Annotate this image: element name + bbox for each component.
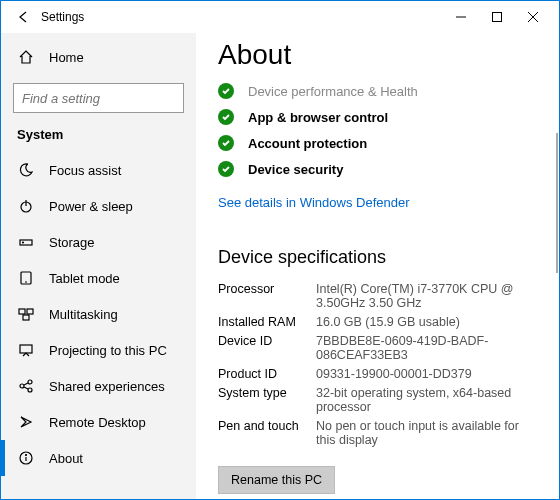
search-input[interactable]	[22, 91, 191, 106]
spec-value: Intel(R) Core(TM) i7-3770K CPU @ 3.50GHz…	[316, 282, 537, 310]
status-row: Device performance & Health	[218, 83, 537, 99]
app-title: Settings	[41, 10, 84, 24]
sidebar-item-multitasking[interactable]: Multitasking	[1, 296, 196, 332]
scrollbar[interactable]	[556, 133, 558, 273]
moon-icon	[17, 161, 35, 179]
arrow-left-icon	[16, 10, 30, 24]
sidebar-item-focus-assist[interactable]: Focus assist	[1, 152, 196, 188]
svg-point-17	[28, 380, 32, 384]
sidebar-item-tablet-mode[interactable]: Tablet mode	[1, 260, 196, 296]
svg-point-23	[26, 455, 27, 456]
check-icon	[218, 161, 234, 177]
maximize-button[interactable]	[479, 3, 515, 31]
sidebar-item-label: Projecting to this PC	[49, 343, 167, 358]
spec-value: 16.0 GB (15.9 GB usable)	[316, 315, 460, 329]
spec-label: Pen and touch	[218, 419, 316, 447]
spec-label: Product ID	[218, 367, 316, 381]
sidebar-item-label: Multitasking	[49, 307, 118, 322]
spec-row: Pen and touchNo pen or touch input is av…	[218, 419, 537, 447]
sidebar: Home System Focus assist Power & sleep S…	[1, 33, 196, 499]
rename-pc-button[interactable]: Rename this PC	[218, 466, 335, 494]
sidebar-item-label: Home	[49, 50, 84, 65]
status-label: App & browser control	[248, 110, 388, 125]
sidebar-item-projecting[interactable]: Projecting to this PC	[1, 332, 196, 368]
svg-rect-1	[493, 13, 502, 22]
svg-point-16	[20, 384, 24, 388]
status-row: App & browser control	[218, 109, 537, 125]
svg-rect-12	[19, 309, 25, 314]
check-icon	[218, 109, 234, 125]
specs-header: Device specifications	[218, 247, 537, 268]
status-label: Account protection	[248, 136, 367, 151]
sidebar-item-home[interactable]: Home	[1, 39, 196, 75]
defender-link[interactable]: See details in Windows Defender	[218, 195, 410, 210]
spec-value: 7BBDBE8E-0609-419D-BADF-086CEAF33EB3	[316, 334, 537, 362]
maximize-icon	[492, 12, 502, 22]
share-icon	[17, 377, 35, 395]
home-icon	[17, 48, 35, 66]
spec-row: Device ID7BBDBE8E-0609-419D-BADF-086CEAF…	[218, 334, 537, 362]
status-label: Device performance & Health	[248, 84, 418, 99]
tablet-icon	[17, 269, 35, 287]
spec-row: Installed RAM16.0 GB (15.9 GB usable)	[218, 315, 537, 329]
spec-row: ProcessorIntel(R) Core(TM) i7-3770K CPU …	[218, 282, 537, 310]
spec-value: 32-bit operating system, x64-based proce…	[316, 386, 537, 414]
remote-icon	[17, 413, 35, 431]
info-icon	[17, 449, 35, 467]
sidebar-item-remote-desktop[interactable]: Remote Desktop	[1, 404, 196, 440]
check-icon	[218, 135, 234, 151]
multitasking-icon	[17, 305, 35, 323]
sidebar-item-power-sleep[interactable]: Power & sleep	[1, 188, 196, 224]
spec-value: No pen or touch input is available for t…	[316, 419, 537, 447]
sidebar-item-label: Shared experiences	[49, 379, 165, 394]
back-button[interactable]	[9, 3, 37, 31]
check-icon	[218, 83, 234, 99]
sidebar-item-storage[interactable]: Storage	[1, 224, 196, 260]
sidebar-item-label: About	[49, 451, 83, 466]
content-pane: About Device performance & Health App & …	[196, 33, 559, 499]
sidebar-group-header: System	[1, 123, 196, 152]
sidebar-item-label: Focus assist	[49, 163, 121, 178]
spec-value: 09331-19900-00001-DD379	[316, 367, 472, 381]
search-box[interactable]	[13, 83, 184, 113]
spec-label: Installed RAM	[218, 315, 316, 329]
status-row: Device security	[218, 161, 537, 177]
status-row: Account protection	[218, 135, 537, 151]
close-button[interactable]	[515, 3, 551, 31]
sidebar-item-label: Power & sleep	[49, 199, 133, 214]
projecting-icon	[17, 341, 35, 359]
spec-row: System type32-bit operating system, x64-…	[218, 386, 537, 414]
power-icon	[17, 197, 35, 215]
spec-label: Device ID	[218, 334, 316, 362]
spec-label: System type	[218, 386, 316, 414]
sidebar-item-label: Remote Desktop	[49, 415, 146, 430]
status-label: Device security	[248, 162, 343, 177]
spec-row: Product ID09331-19900-00001-DD379	[218, 367, 537, 381]
svg-rect-8	[20, 240, 32, 245]
sidebar-item-label: Storage	[49, 235, 95, 250]
titlebar: Settings	[1, 1, 559, 33]
storage-icon	[17, 233, 35, 251]
svg-rect-13	[27, 309, 33, 314]
svg-point-9	[23, 242, 24, 243]
svg-point-18	[28, 388, 32, 392]
svg-line-19	[24, 383, 28, 385]
svg-line-20	[24, 387, 28, 389]
svg-rect-14	[23, 315, 29, 320]
close-icon	[528, 12, 538, 22]
page-title: About	[218, 39, 537, 71]
minimize-icon	[456, 12, 466, 22]
svg-rect-15	[20, 345, 32, 353]
sidebar-item-label: Tablet mode	[49, 271, 120, 286]
sidebar-item-about[interactable]: About	[1, 440, 196, 476]
minimize-button[interactable]	[443, 3, 479, 31]
spec-label: Processor	[218, 282, 316, 310]
sidebar-item-shared-experiences[interactable]: Shared experiences	[1, 368, 196, 404]
